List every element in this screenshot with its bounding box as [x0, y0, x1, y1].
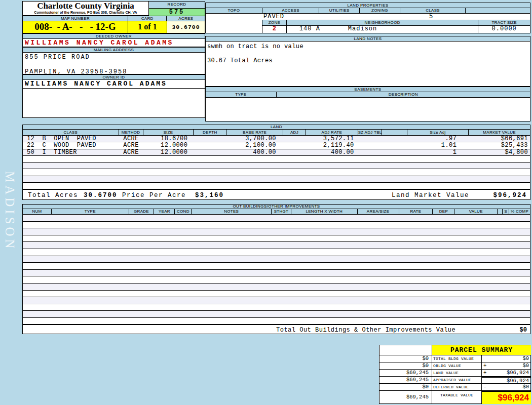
access-value: PAVED: [263, 14, 284, 20]
easement-type-label: TYPE: [206, 92, 277, 97]
county-title: Charlotte County Virginia: [23, 2, 148, 11]
cell-size-adj: 1: [407, 149, 469, 155]
land-table-row: 22 C WOOD PAVED ACRE 12.0000 2,100.00 2,…: [23, 142, 530, 149]
ob-col-pct-comp: % COMP: [509, 209, 530, 214]
easements-box: [205, 98, 530, 122]
cell-method: ACRE: [119, 136, 143, 142]
neighborhood-side-label: MADISON: [3, 171, 17, 252]
cell-size-adj: .97: [407, 136, 469, 142]
access-label: ACCESS: [262, 8, 320, 13]
ob-col-type: TYPE: [52, 209, 129, 214]
ob-col-s: S: [503, 209, 509, 214]
ps-label: DEFERRED VALUE: [432, 384, 482, 391]
land-note-line-1: swmh on tract is no value: [207, 43, 530, 50]
land-market-value-label: Land Market Value: [392, 192, 469, 199]
ps-left-value: $0: [379, 355, 432, 362]
ob-col-num: NUM: [23, 209, 52, 214]
ob-empty-row: [23, 222, 530, 229]
land-col-base-rate: BASE RATE: [226, 130, 283, 135]
ps-right-value: - $0: [482, 384, 531, 391]
easements-header: EASEMENTS: [205, 87, 530, 92]
cell-class: 50 I TIMBER: [23, 149, 119, 155]
ob-col-notes: NOTES: [192, 209, 272, 214]
map-number-value: 008- - A- - - 12-G: [22, 21, 128, 33]
commissioner-line: Commissioner of the Revenue, PO Box 308,…: [23, 11, 148, 15]
cell-method: ACRE: [119, 142, 143, 148]
land-col-adj-rate: ADJ RATE: [306, 130, 358, 135]
land-col-class: CLASS: [23, 130, 119, 135]
owner-id-value: WILLIAMS NANCY CAROL ADAMS: [22, 80, 205, 89]
ps-operator: -: [483, 384, 486, 390]
tract-size-label: TRACT SIZE: [478, 20, 530, 25]
mailing-address-header: MAILING ADDRESS: [22, 47, 205, 53]
land-table-empty-row: [23, 156, 530, 163]
ps-amount: $0: [522, 384, 529, 390]
zone-neighborhood-values: 2 140 A Madison 0.0000: [262, 26, 530, 33]
parcel-summary-title: PARCEL SUMMARY: [432, 345, 531, 355]
ob-empty-row: [23, 311, 530, 318]
card-label: CARD: [128, 16, 167, 21]
cell-size: 12.0000: [143, 142, 194, 148]
out-buildings-body: [22, 215, 530, 325]
acres-label: ACRES: [167, 16, 205, 21]
cell-base-rate: 2,100.00: [226, 142, 283, 148]
ob-empty-row: [23, 318, 530, 325]
ob-empty-row: [23, 291, 530, 298]
land-col-blank: [382, 130, 407, 135]
land-col-method: METHOD: [119, 130, 143, 135]
ps-amount: $0: [522, 362, 529, 369]
ob-empty-row: [23, 215, 530, 222]
ob-empty-row: [23, 228, 530, 235]
ob-col-cond: COND: [175, 209, 192, 214]
land-notes-box: swmh on tract is no value 30.67 Total Ac…: [205, 42, 530, 87]
land-table-empty-row: [23, 163, 530, 169]
ps-left-value: $69,245: [379, 370, 432, 377]
ob-col-rate: RATE: [399, 209, 433, 214]
price-per-acre-value: $3,160: [195, 192, 224, 199]
land-col-size-adj: Size Adj: [407, 130, 469, 135]
neighborhood-value: 140 A Madison: [287, 26, 479, 33]
cell-market-value: $4,800: [469, 149, 530, 155]
land-col-sz-adj-tbl: SZ ADJ TBL: [358, 130, 382, 135]
ob-empty-row: [23, 297, 530, 304]
map-value-row: 008- - A- - - 12-G 1 of 1 30.6700: [22, 21, 205, 33]
ps-label: LAND VALUE: [432, 370, 482, 377]
record-label: RECORD: [148, 1, 205, 9]
cell-size: 18.6700: [143, 136, 194, 142]
cell-adj-rate: 400.00: [306, 149, 358, 155]
cell-adj: [283, 149, 306, 155]
cell-sz-adj-tbl: [358, 136, 382, 142]
out-buildings-section-header: OUT BUILDINGS/OTHER IMPROVEMENTS: [22, 204, 530, 209]
zone-label: ZONE: [262, 20, 287, 25]
land-table-empty-row: [23, 169, 530, 176]
land-notes-header: LAND NOTES: [205, 36, 530, 42]
cell-size: 12.0000: [143, 149, 194, 155]
ob-empty-row: [23, 263, 530, 270]
ob-empty-row: [23, 242, 530, 249]
topo-label: TOPO: [206, 8, 262, 13]
zoning-label: ZONING: [360, 8, 400, 13]
cell-class: 12 B OPEN PAVED: [23, 136, 119, 142]
easements-columns: TYPE DESCRIPTION: [205, 92, 530, 98]
ob-empty-row: [23, 304, 530, 311]
neighborhood-label: NEIGHBORHOOD: [287, 20, 479, 25]
ps-right-value: + $0: [482, 362, 531, 370]
cell-adj: [283, 136, 306, 142]
map-number-label: MAP NUMBER: [23, 16, 128, 21]
land-col-depth: DEPTH: [194, 130, 226, 135]
owner-id-header: OWNER ID: [22, 74, 205, 80]
card-value: 1 of 1: [128, 21, 167, 33]
record-box: RECORD 575: [148, 1, 205, 16]
cell-market-value: $25,433: [469, 142, 530, 148]
land-col-market-value: MARKET VALUE: [469, 130, 530, 135]
land-table-empty-row: [23, 183, 530, 189]
zone-value: 2: [262, 26, 287, 33]
cell-adj-rate: 2,119.40: [306, 142, 358, 148]
deeded-owner-header: DEEDED OWNER: [22, 33, 205, 39]
ob-col-dep: DEP: [433, 209, 454, 214]
out-buildings-total-label: Total Out Buildings & Other Improvements…: [276, 327, 455, 334]
cell-adj-rate: 3,572.11: [306, 136, 358, 142]
ob-empty-row: [23, 284, 530, 291]
ps-left-value: $69,245: [379, 377, 432, 384]
out-buildings-total-row: Total Out Buildings & Other Improvements…: [22, 325, 530, 334]
